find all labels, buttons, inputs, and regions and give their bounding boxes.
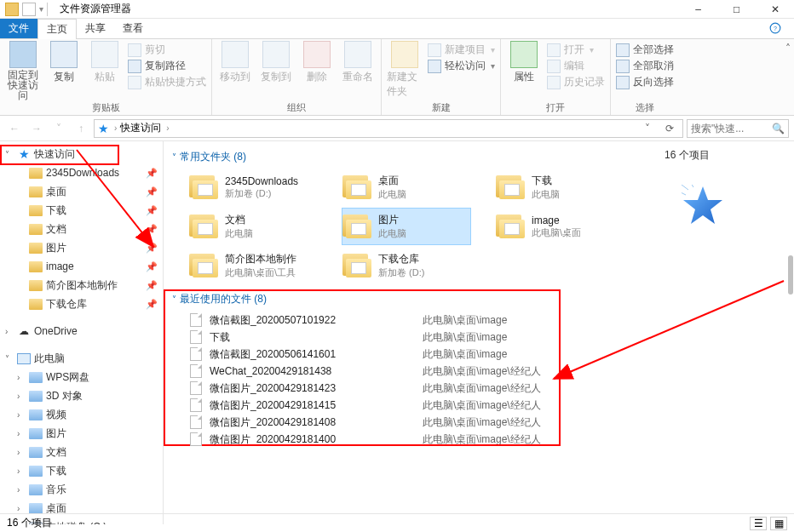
folder-icon xyxy=(29,185,43,198)
recent-file-row[interactable]: 微信截图_20200506141601此电脑\桌面\image xyxy=(172,346,649,363)
file-menu[interactable]: 文件 xyxy=(0,19,37,38)
sidebar-onedrive[interactable]: ›☁OneDrive xyxy=(0,322,163,340)
folder-item[interactable]: 图片此电脑 xyxy=(342,209,470,244)
sidebar-item[interactable]: 图片📌 xyxy=(0,238,163,257)
select-none-label: 全部取消 xyxy=(633,59,674,73)
sidebar-item-label: 下载 xyxy=(46,203,66,218)
pin-icon: 📌 xyxy=(146,186,158,197)
sidebar-item[interactable]: ›音乐 xyxy=(0,480,163,499)
recent-file-row[interactable]: 微信图片_20200429181415此电脑\桌面\image\经纪人 xyxy=(172,397,649,414)
collapse-ribbon-button[interactable]: ˄ xyxy=(782,39,794,115)
search-input[interactable] xyxy=(691,123,772,134)
folder-item[interactable]: 简介图本地制作此电脑\桌面\工具 xyxy=(189,248,317,283)
sidebar-item[interactable]: ›WPS网盘 xyxy=(0,368,163,386)
group-frequent-folders[interactable]: ˅常用文件夹 (8) xyxy=(172,150,649,164)
icons-view-button[interactable]: ▦ xyxy=(770,517,787,530)
back-button[interactable]: ← xyxy=(5,119,24,138)
copy-button[interactable]: 复制 xyxy=(46,41,82,84)
refresh-button[interactable]: ⟳ xyxy=(660,123,679,134)
sidebar-this-pc[interactable]: ˅此电脑 xyxy=(0,349,163,368)
copy-path-button[interactable]: 复制路径 xyxy=(128,59,206,73)
up-button[interactable]: ↑ xyxy=(72,119,90,138)
maximize-button[interactable]: □ xyxy=(717,0,756,19)
sidebar-item[interactable]: ›文档 xyxy=(0,443,163,461)
sidebar-item[interactable]: 下载仓库📌 xyxy=(0,295,163,313)
recent-locations-button[interactable]: ˅ xyxy=(49,119,68,138)
sidebar-item[interactable]: 下载📌 xyxy=(0,201,163,220)
pin-quick-access-button[interactable]: 固定到快速访问 xyxy=(5,41,41,100)
properties-label: 属性 xyxy=(514,70,534,84)
folder-item[interactable]: 2345Downloads新加卷 (D:) xyxy=(189,169,317,205)
copy-to-button[interactable]: 复制到 xyxy=(258,41,294,84)
svg-line-4 xyxy=(682,192,686,195)
scrollbar-thumb[interactable] xyxy=(788,255,793,295)
svg-line-2 xyxy=(682,185,688,190)
sidebar: ˅★快速访问 2345Downloads📌桌面📌下载📌文档📌图片📌image📌简… xyxy=(0,141,164,524)
history-button[interactable]: 历史记录 xyxy=(547,75,605,89)
file-name: 微信图片_20200429181423 xyxy=(210,381,423,396)
sidebar-item[interactable]: image📌 xyxy=(0,257,163,276)
rename-button[interactable]: 重命名 xyxy=(340,41,376,84)
open-button[interactable]: 打开▾ xyxy=(547,43,605,57)
recent-file-row[interactable]: WeChat_20200429181438此电脑\桌面\image\经纪人 xyxy=(172,363,649,380)
new-folder-button[interactable]: 新建文件夹 xyxy=(387,41,423,99)
details-view-button[interactable]: ☰ xyxy=(750,517,767,530)
select-all-button[interactable]: 全部选择 xyxy=(616,43,674,57)
addr-dropdown-icon[interactable]: ˅ xyxy=(638,123,657,134)
recent-file-row[interactable]: 微信图片_20200429181400此电脑\桌面\image\经纪人 xyxy=(172,431,649,448)
tab-home[interactable]: 主页 xyxy=(37,19,77,39)
paste-shortcut-button[interactable]: 粘贴快捷方式 xyxy=(128,75,206,89)
chevron-right-icon[interactable]: › xyxy=(114,123,117,133)
address-box[interactable]: ★ › 快速访问 › ˅ ⟳ xyxy=(94,119,683,138)
tab-view[interactable]: 查看 xyxy=(114,19,152,38)
folder-item[interactable]: 桌面此电脑 xyxy=(342,169,470,205)
folder-item[interactable]: 下载此电脑 xyxy=(496,169,624,205)
sidebar-item[interactable]: ›视频 xyxy=(0,405,163,424)
invert-selection-button[interactable]: 反向选择 xyxy=(616,75,674,89)
folder-name: 桌面 xyxy=(378,174,406,188)
select-all-label: 全部选择 xyxy=(633,43,674,57)
forward-button[interactable]: → xyxy=(27,119,46,138)
easy-access-button[interactable]: 轻松访问▾ xyxy=(428,59,495,73)
pin-icon: 📌 xyxy=(146,224,158,235)
properties-button[interactable]: 属性 xyxy=(506,41,542,84)
qat-dropdown-icon[interactable]: ▾ xyxy=(39,4,43,14)
group-recent-files[interactable]: ˅最近使用的文件 (8) xyxy=(172,292,649,306)
sidebar-item[interactable]: ›下载 xyxy=(0,461,163,480)
edit-button[interactable]: 编辑 xyxy=(547,59,605,73)
paste-button[interactable]: 粘贴 xyxy=(87,41,123,84)
recent-file-row[interactable]: 微信图片_20200429181408此电脑\桌面\image\经纪人 xyxy=(172,414,649,431)
recent-file-row[interactable]: 微信图片_20200429181423此电脑\桌面\image\经纪人 xyxy=(172,380,649,397)
search-box[interactable]: 🔍 xyxy=(687,119,789,138)
help-button[interactable]: ? xyxy=(756,19,794,37)
quick-access-icon: ★ xyxy=(98,122,109,135)
search-icon: 🔍 xyxy=(772,123,785,134)
select-none-button[interactable]: 全部取消 xyxy=(616,59,674,73)
sidebar-quick-access[interactable]: ˅★快速访问 xyxy=(0,145,163,163)
sidebar-item[interactable]: 2345Downloads📌 xyxy=(0,163,163,182)
close-button[interactable]: ✕ xyxy=(756,0,794,19)
sidebar-item[interactable]: ›图片 xyxy=(0,424,163,443)
cut-button[interactable]: 剪切 xyxy=(128,43,206,57)
recent-file-row[interactable]: 微信截图_20200507101922此电脑\桌面\image xyxy=(172,312,649,329)
sidebar-item[interactable]: ›3D 对象 xyxy=(0,386,163,405)
sidebar-item[interactable]: 桌面📌 xyxy=(0,182,163,201)
qat-icon[interactable] xyxy=(22,3,36,16)
sidebar-item[interactable]: 简介图本地制作📌 xyxy=(0,276,163,295)
recent-file-row[interactable]: 下载此电脑\桌面\image xyxy=(172,329,649,346)
folder-item[interactable]: 文档此电脑 xyxy=(189,209,317,244)
minimize-button[interactable]: – xyxy=(679,0,717,19)
folder-name: 图片 xyxy=(378,213,406,227)
folder-item[interactable]: image此电脑\桌面 xyxy=(496,209,624,244)
address-bar: ← → ˅ ↑ ★ › 快速访问 › ˅ ⟳ 🔍 xyxy=(0,116,794,141)
file-path: 此电脑\桌面\image xyxy=(423,313,507,328)
open-label: 打开 xyxy=(564,43,584,57)
move-to-button[interactable]: 移动到 xyxy=(217,41,253,84)
folder-item[interactable]: 下载仓库新加卷 (D:) xyxy=(342,248,470,283)
chevron-right-icon[interactable]: › xyxy=(166,123,169,133)
tab-share[interactable]: 共享 xyxy=(77,19,114,38)
new-item-button[interactable]: 新建项目▾ xyxy=(428,43,495,57)
sidebar-item-label: 图片 xyxy=(46,241,66,255)
sidebar-item[interactable]: 文档📌 xyxy=(0,220,163,238)
delete-button[interactable]: 删除 xyxy=(299,41,335,84)
